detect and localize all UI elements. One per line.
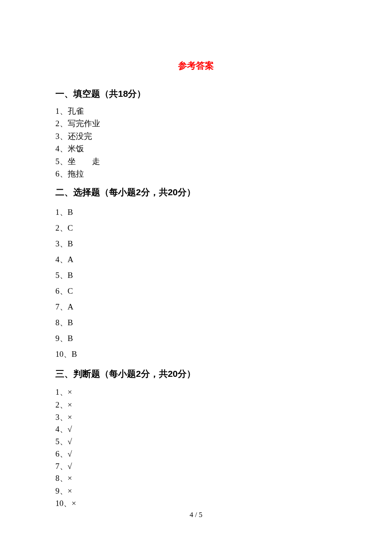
section3-answer-item: 3、×: [55, 411, 337, 423]
section1-answer-item: 5、坐 走: [55, 155, 337, 168]
section3-answer-item: 1、×: [55, 386, 337, 398]
section2-answer-item: 7、A: [55, 299, 337, 315]
section3-answer-item: 2、×: [55, 399, 337, 411]
section2-answers: 1、B2、C3、B4、A5、B6、C7、A8、B9、B10、B: [55, 204, 337, 362]
section2-answer-item: 1、B: [55, 204, 337, 220]
section2-answer-item: 4、A: [55, 251, 337, 267]
section3-heading: 三、判断题（每小题2分，共20分）: [55, 368, 337, 380]
section1-answer-item: 1、孔雀: [55, 105, 337, 117]
section1-answer-item: 6、拖拉: [55, 168, 337, 180]
section2-heading: 二、选择题（每小题2分，共20分）: [55, 186, 337, 198]
section3-answers: 1、×2、×3、×4、√5、√6、√7、√8、×9、×10、×: [55, 386, 337, 510]
section3-answer-item: 9、×: [55, 485, 337, 497]
section3-answer-item: 8、×: [55, 472, 337, 484]
section3-answer-item: 7、√: [55, 460, 337, 472]
section3-answer-item: 6、√: [55, 448, 337, 460]
section3-answer-item: 10、×: [55, 497, 337, 509]
section1-answer-item: 4、米饭: [55, 142, 337, 155]
section2-answer-item: 10、B: [55, 346, 337, 362]
section1-heading: 一、填空题（共18分）: [55, 88, 337, 100]
section2-answer-item: 5、B: [55, 267, 337, 283]
section2-answer-item: 3、B: [55, 236, 337, 251]
page-number: 4 / 5: [0, 511, 392, 519]
page-title: 参考答案: [55, 60, 337, 72]
section2-answer-item: 9、B: [55, 330, 337, 346]
section2-answer-item: 2、C: [55, 220, 337, 236]
section2-answer-item: 6、C: [55, 283, 337, 299]
section3-answer-item: 5、√: [55, 435, 337, 448]
section1-answer-item: 3、还没完: [55, 130, 337, 142]
section1-answer-item: 2、写完作业: [55, 117, 337, 130]
section1-answers: 1、孔雀2、写完作业3、还没完4、米饭5、坐 走6、拖拉: [55, 105, 337, 180]
section2-answer-item: 8、B: [55, 315, 337, 330]
section3-answer-item: 4、√: [55, 423, 337, 435]
